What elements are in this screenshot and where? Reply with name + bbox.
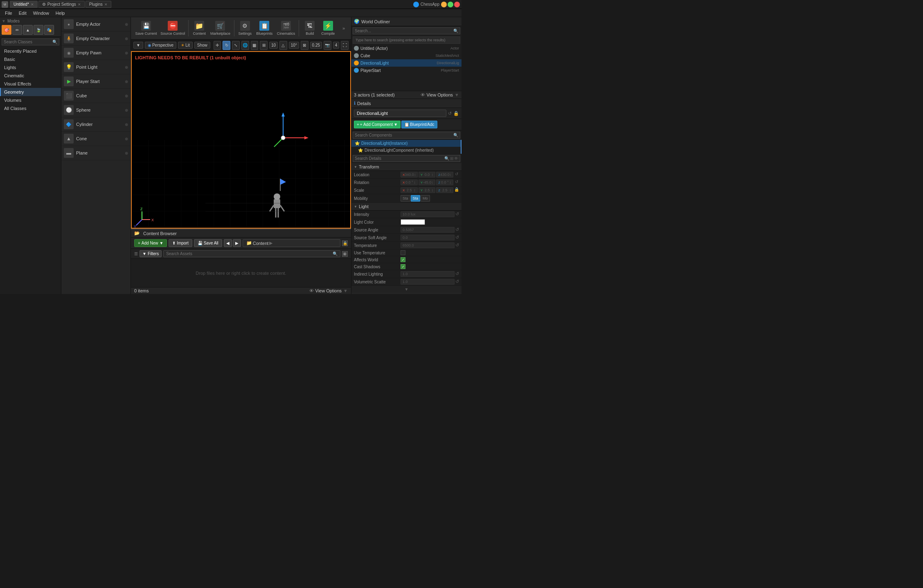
scale-z-input[interactable]: Z2.5↕	[436, 187, 453, 193]
tab-untitled[interactable]: Untitled* ✕	[10, 1, 38, 8]
intensity-reset[interactable]: ↺	[455, 211, 459, 217]
path-lock-icon[interactable]: 🔒	[342, 240, 348, 246]
world-icon[interactable]: 🌐	[241, 41, 249, 50]
minimize-button[interactable]	[441, 2, 447, 7]
search-assets-input[interactable]	[166, 251, 333, 256]
dp-comp-directional-light-instance[interactable]: ⭐ DirectionalLight(Instance)	[351, 140, 461, 147]
angle-icon[interactable]: △	[279, 41, 287, 50]
mode-foliage[interactable]: 🍃	[34, 25, 43, 35]
tab-project-settings-close[interactable]: ✕	[78, 2, 81, 7]
plane-add[interactable]: ⊕	[125, 151, 128, 155]
placement-cube[interactable]: ⬛ Cube ⊕	[61, 89, 131, 103]
grid-icon[interactable]: ⊞	[260, 41, 268, 50]
dp-comp-directional-light-component[interactable]: ⭐ DirectionalLightComponent (Inherited)	[351, 147, 461, 154]
player-start-add[interactable]: ⊕	[125, 79, 128, 84]
indirect-reset[interactable]: ↺	[455, 271, 459, 277]
dp-detail-grid-icon[interactable]: ⊞	[450, 156, 453, 161]
save-all-button[interactable]: 💾 Save All	[194, 239, 222, 247]
menu-window[interactable]: Window	[30, 10, 52, 16]
dp-comp-search-input[interactable]	[355, 133, 453, 137]
cinematics-button[interactable]: 🎬 Cinematics	[276, 18, 297, 38]
save-current-button[interactable]: 💾 Save Current	[134, 18, 158, 38]
empty-character-add[interactable]: ⊕	[125, 36, 128, 41]
surface-icon[interactable]: ▦	[251, 41, 259, 50]
location-y-input[interactable]: Y0.0↕	[419, 172, 436, 177]
scale-lock-icon[interactable]: 🔒	[454, 187, 459, 193]
expand-toolbar-button[interactable]: »	[340, 18, 348, 38]
marketplace-button[interactable]: 🛒 Marketplace	[209, 18, 232, 38]
placement-point-light[interactable]: 💡 Point Light ⊕	[61, 60, 131, 74]
wo-item-cube[interactable]: Cube StaticMeshAct	[351, 52, 462, 59]
location-reset-button[interactable]: ↺	[454, 172, 459, 177]
maximize-viewport-icon[interactable]: ⛶	[341, 41, 349, 50]
affects-world-checkbox[interactable]	[401, 257, 405, 262]
rotation-y-input[interactable]: Y-45.0↕	[419, 180, 436, 185]
scale-snap-value[interactable]: 0.25	[310, 42, 322, 49]
mode-placement[interactable]: 🎯	[2, 25, 11, 35]
empty-actor-add[interactable]: ⊕	[125, 22, 128, 27]
category-recently-placed[interactable]: Recently Placed	[0, 47, 61, 55]
tab-project-settings[interactable]: ⚙ Project Settings ✕	[38, 1, 85, 8]
add-new-button[interactable]: + Add New ▼	[134, 239, 167, 247]
use-temperature-checkbox[interactable]	[401, 250, 405, 255]
placement-plane[interactable]: ▬ Plane ⊕	[61, 146, 131, 160]
scale-y-input[interactable]: Y2.5↕	[419, 187, 436, 193]
rotation-snap[interactable]: 10°	[289, 42, 299, 49]
settings-button[interactable]: ⚙ Settings	[237, 18, 253, 38]
scale-snap-icon[interactable]: ⊠	[301, 41, 308, 50]
dp-refresh-icon[interactable]: ↺	[448, 111, 452, 116]
wo-item-player-start[interactable]: PlayerStart PlayerStart	[351, 67, 462, 74]
tab-plugins[interactable]: Plugins ✕	[86, 1, 111, 8]
scale-x-input[interactable]: X2.5↕	[401, 187, 418, 193]
import-button[interactable]: ⬆ Import	[169, 239, 192, 247]
source-soft-reset[interactable]: ↺	[455, 235, 459, 240]
wo-item-directional-light[interactable]: DirectionalLight DirectionalLig	[351, 59, 462, 67]
source-angle-input[interactable]: 0.5357	[401, 227, 455, 233]
category-geometry[interactable]: Geometry	[0, 88, 61, 96]
cone-add[interactable]: ⊕	[125, 137, 128, 141]
camera-speed[interactable]: 4	[333, 42, 340, 49]
dp-lock-icon[interactable]: 🔒	[453, 111, 459, 116]
source-angle-reset[interactable]: ↺	[455, 227, 459, 233]
placement-empty-pawn[interactable]: ◉ Empty Pawn ⊕	[61, 46, 131, 60]
category-basic[interactable]: Basic	[0, 55, 61, 63]
placement-cone[interactable]: ▲ Cone ⊕	[61, 132, 131, 146]
cast-shadows-checkbox[interactable]	[401, 264, 405, 269]
wo-search-input[interactable]	[355, 29, 453, 33]
indirect-lighting-input[interactable]: 1.0	[401, 271, 455, 277]
content-button[interactable]: 📁 Content	[191, 18, 207, 38]
sphere-add[interactable]: ⊕	[125, 108, 128, 112]
empty-pawn-add[interactable]: ⊕	[125, 51, 128, 55]
placement-sphere[interactable]: ⚪ Sphere ⊕	[61, 103, 131, 117]
view-options-button[interactable]: 👁 View Options ▼	[309, 288, 348, 293]
compile-button[interactable]: ⚡ Compile	[320, 18, 336, 38]
menu-edit[interactable]: Edit	[16, 10, 30, 16]
category-visual-effects[interactable]: Visual Effects	[0, 80, 61, 88]
tab-untitled-close[interactable]: ✕	[31, 2, 34, 7]
placement-cylinder[interactable]: 🔷 Cylinder ⊕	[61, 117, 131, 132]
rotation-z-input[interactable]: Z0.0 °↕	[436, 180, 453, 185]
category-cinematic[interactable]: Cinematic	[0, 72, 61, 80]
menu-file[interactable]: File	[2, 10, 16, 16]
source-soft-angle-input[interactable]: 0.0	[401, 235, 455, 240]
viewport-dropdown-button[interactable]: ▼	[133, 42, 143, 49]
location-z-input[interactable]: Z430.0↕	[436, 172, 453, 177]
cylinder-add[interactable]: ⊕	[125, 122, 128, 127]
build-button[interactable]: 🏗 Build	[302, 18, 318, 38]
placement-empty-actor[interactable]: ● Empty Actor ⊕	[61, 17, 131, 31]
rotate-icon[interactable]: ↻	[223, 41, 230, 50]
wo-item-untitled-actor[interactable]: Untitled (Actor) Actor	[351, 45, 462, 52]
grid-size[interactable]: 10	[269, 42, 278, 49]
actor-name-field[interactable]: DirectionalLight	[354, 110, 446, 117]
volumetric-scatter-input[interactable]: 1.0	[401, 279, 455, 285]
dp-detail-search-input[interactable]	[355, 156, 444, 161]
search-classes-input[interactable]	[4, 40, 52, 44]
menu-help[interactable]: Help	[52, 10, 68, 16]
cube-add[interactable]: ⊕	[125, 94, 128, 98]
mobility-movable-button[interactable]: Mo	[421, 195, 430, 202]
vol-scatter-reset[interactable]: ↺	[455, 279, 459, 285]
source-control-button[interactable]: ⛔ Source Control	[160, 18, 186, 38]
nav-back-button[interactable]: ◀	[224, 239, 232, 247]
perspective-button[interactable]: ◉ Perspective	[145, 42, 176, 49]
rotation-reset-button[interactable]: ↺	[454, 180, 459, 185]
